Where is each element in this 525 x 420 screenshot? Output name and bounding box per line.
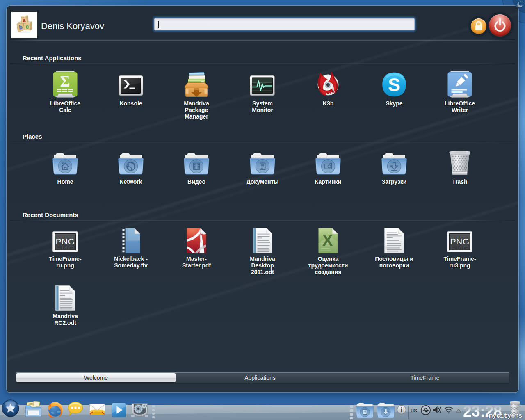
svg-text:b: b xyxy=(18,24,23,31)
svg-text:i: i xyxy=(401,406,403,413)
svg-text:S: S xyxy=(388,74,400,95)
svg-text:a: a xyxy=(22,16,26,23)
svg-text:Σ: Σ xyxy=(60,73,70,90)
svg-text:X: X xyxy=(322,231,333,249)
svg-text:c: c xyxy=(26,23,29,30)
